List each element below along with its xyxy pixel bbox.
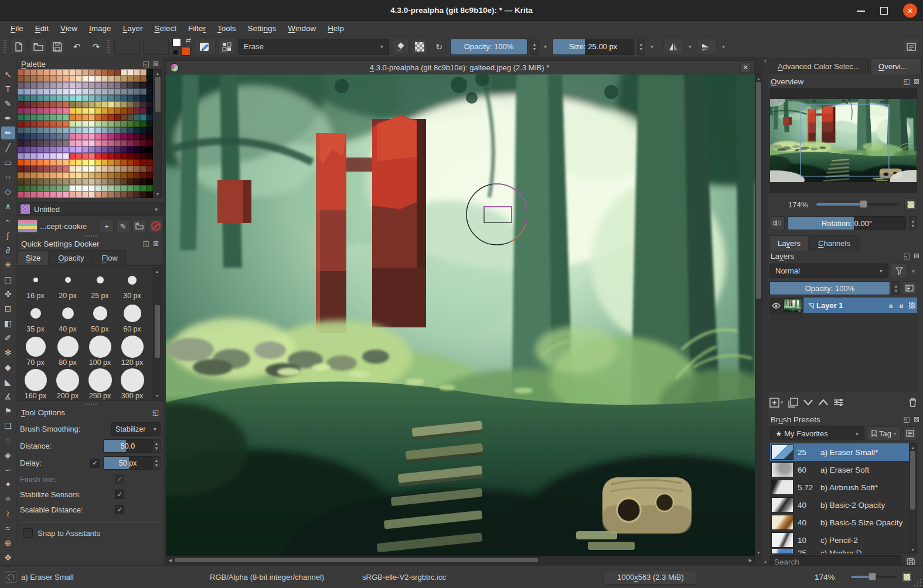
palette-swatch[interactable] xyxy=(114,108,121,114)
palette-swatch[interactable] xyxy=(140,108,147,114)
palette-swatch[interactable] xyxy=(140,76,147,82)
window-resize-grip[interactable] xyxy=(914,579,922,587)
palette-swatch[interactable] xyxy=(37,95,43,101)
palette-swatch[interactable] xyxy=(108,121,114,127)
palette-swatch[interactable] xyxy=(95,140,101,146)
palette-swatch[interactable] xyxy=(108,179,114,185)
menu-filter[interactable]: Filter xyxy=(182,22,212,35)
palette-swatch[interactable] xyxy=(56,95,63,101)
palette-swatch[interactable] xyxy=(95,95,101,101)
palette-swatch[interactable] xyxy=(43,140,50,146)
palette-swatch[interactable] xyxy=(108,127,114,134)
menu-select[interactable]: Select xyxy=(148,22,182,35)
palette-swatch[interactable] xyxy=(82,134,88,140)
palette-swatch[interactable] xyxy=(140,146,147,153)
palette-swatch[interactable] xyxy=(140,179,147,185)
scroll-right-icon[interactable]: ▶ xyxy=(747,558,754,563)
mirror-vertical-options-icon[interactable]: ▾ xyxy=(720,39,727,55)
palette-swatch[interactable] xyxy=(43,95,50,101)
palette-swatch[interactable] xyxy=(56,166,63,172)
palette-swatch[interactable] xyxy=(121,146,127,153)
tag-button[interactable]: Tag ▾ xyxy=(867,426,901,440)
palette-swatch[interactable] xyxy=(69,114,76,121)
palette-swatch[interactable] xyxy=(30,114,37,121)
palette-swatch[interactable] xyxy=(82,159,88,166)
palette-swatch[interactable] xyxy=(76,159,82,166)
palette-swatch[interactable] xyxy=(147,134,153,140)
palette-swatch[interactable] xyxy=(95,134,101,140)
palette-swatch[interactable] xyxy=(76,69,82,76)
palette-swatch[interactable] xyxy=(30,166,37,172)
palette-swatch[interactable] xyxy=(24,101,30,108)
close-docker-icon[interactable]: ⊠ xyxy=(153,240,159,248)
layer-blending-mode-select[interactable]: Normal ▾ xyxy=(769,264,888,278)
palette-swatch[interactable] xyxy=(69,76,76,82)
palette-swatch[interactable] xyxy=(134,108,140,114)
palette-swatch[interactable] xyxy=(88,95,95,101)
palette-swatch[interactable] xyxy=(114,159,121,166)
opacity-slider[interactable]: Opacity: 100% xyxy=(450,39,527,55)
palette-swatch[interactable] xyxy=(76,127,82,134)
palette-swatch[interactable] xyxy=(121,88,127,95)
palette-swatch[interactable] xyxy=(30,82,37,88)
palette-swatch[interactable] xyxy=(63,159,69,166)
menu-settings[interactable]: Settings xyxy=(241,22,282,35)
tag-filter-select[interactable]: ★ My Favorites ▾ xyxy=(769,426,864,440)
palette-swatch[interactable] xyxy=(82,114,88,121)
palette-swatch[interactable] xyxy=(88,153,95,159)
palette-swatch[interactable] xyxy=(114,140,121,146)
palette-swatch[interactable] xyxy=(121,166,127,172)
palette-swatch[interactable] xyxy=(127,82,134,88)
palette-swatch[interactable] xyxy=(69,95,76,101)
palette-swatch[interactable] xyxy=(18,146,24,153)
palette-swatch[interactable] xyxy=(56,179,63,185)
palette-swatch[interactable] xyxy=(69,101,76,108)
palette-swatch[interactable] xyxy=(101,134,108,140)
palette-swatch[interactable] xyxy=(63,121,69,127)
add-color-button[interactable]: + xyxy=(100,219,114,233)
palette-swatch[interactable] xyxy=(50,146,56,153)
palette-swatch[interactable] xyxy=(121,82,127,88)
palette-swatch[interactable] xyxy=(140,185,147,192)
move-layer-down-button[interactable] xyxy=(803,399,813,406)
palette-swatch[interactable] xyxy=(114,69,121,76)
palette-swatch[interactable] xyxy=(37,121,43,127)
palette-swatch[interactable] xyxy=(147,95,153,101)
palette-swatch[interactable] xyxy=(30,172,37,179)
palette-swatch[interactable] xyxy=(56,114,63,121)
palette-swatch[interactable] xyxy=(24,114,30,121)
palette-swatch[interactable] xyxy=(127,95,134,101)
palette-swatch[interactable] xyxy=(101,108,108,114)
palette-swatch[interactable] xyxy=(121,153,127,159)
edit-brush-settings-button[interactable] xyxy=(195,39,216,55)
menu-layer[interactable]: Layer xyxy=(117,22,149,35)
contiguous-select-tool[interactable]: ✦ xyxy=(1,478,15,491)
palette-swatch[interactable] xyxy=(24,159,30,166)
palette-swatch[interactable] xyxy=(56,134,63,140)
palette-swatch[interactable] xyxy=(69,159,76,166)
palette-swatch[interactable] xyxy=(56,88,63,95)
palette-swatch[interactable] xyxy=(43,146,50,153)
palette-swatch[interactable] xyxy=(127,108,134,114)
layer-lock-icon[interactable] xyxy=(907,300,917,311)
palette-swatch[interactable] xyxy=(56,127,63,134)
layer-opacity-slider[interactable]: Opacity: 100% xyxy=(769,281,890,295)
palette-swatch[interactable] xyxy=(56,82,63,88)
docker-drag-handle[interactable] xyxy=(16,403,164,406)
palette-swatch[interactable] xyxy=(18,185,24,192)
palette-swatch[interactable] xyxy=(76,166,82,172)
palette-swatch[interactable] xyxy=(63,82,69,88)
palette-swatch[interactable] xyxy=(50,101,56,108)
toolbar-grip[interactable] xyxy=(4,40,6,54)
palette-swatch[interactable] xyxy=(147,185,153,192)
freehand-brush-tool[interactable]: ✏ xyxy=(1,127,15,139)
palette-swatch[interactable] xyxy=(69,192,76,198)
palette-swatch[interactable] xyxy=(37,76,43,82)
palette-swatch[interactable] xyxy=(50,179,56,185)
statusbar-fit-zoom-button[interactable] xyxy=(900,570,913,583)
palette-swatch[interactable] xyxy=(43,172,50,179)
foreground-color-swatch[interactable] xyxy=(172,38,181,47)
palette-swatch[interactable] xyxy=(69,108,76,114)
palette-swatch[interactable] xyxy=(140,95,147,101)
palette-swatch[interactable] xyxy=(140,134,147,140)
